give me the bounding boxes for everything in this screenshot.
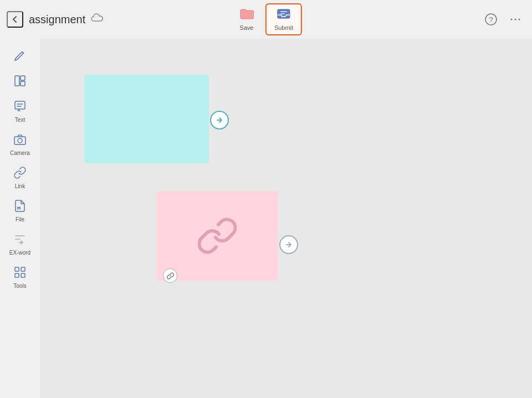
- svg-point-13: [18, 138, 22, 143]
- svg-rect-14: [15, 267, 19, 271]
- svg-point-6: [515, 19, 516, 20]
- text-icon: [13, 100, 27, 115]
- svg-rect-12: [14, 137, 25, 144]
- link-icon: [13, 166, 27, 182]
- svg-rect-9: [21, 76, 25, 80]
- text-label: Text: [15, 117, 25, 123]
- top-right: ?: [481, 9, 525, 29]
- sidebar: Text Camera Link: [0, 39, 40, 398]
- submit-button[interactable]: Submit: [265, 3, 302, 35]
- save-label: Save: [239, 24, 253, 31]
- svg-text:?: ?: [489, 15, 493, 24]
- toolbar-center: Save Submit: [230, 3, 302, 35]
- svg-rect-11: [15, 101, 25, 109]
- svg-rect-17: [21, 273, 25, 277]
- svg-rect-15: [21, 267, 25, 271]
- submit-label: Submit: [274, 24, 293, 31]
- back-button[interactable]: [7, 11, 23, 28]
- exword-label: EX-word: [9, 250, 30, 256]
- pink-card-link-icon: [198, 216, 237, 255]
- page-title: assignment: [29, 13, 85, 26]
- pink-card[interactable]: [156, 191, 278, 281]
- camera-icon: [13, 133, 27, 148]
- sidebar-item-layout[interactable]: [2, 70, 38, 94]
- sidebar-item-pen[interactable]: [2, 44, 38, 69]
- svg-rect-1: [280, 11, 287, 12]
- sidebar-item-exword[interactable]: EX-word: [2, 228, 38, 260]
- tools-icon: [13, 266, 27, 281]
- save-icon: [239, 8, 254, 22]
- tools-label: Tools: [13, 283, 26, 289]
- camera-label: Camera: [10, 150, 30, 156]
- cloud-icon: [91, 13, 104, 26]
- svg-rect-10: [21, 81, 25, 86]
- sidebar-item-text[interactable]: Text: [2, 95, 38, 127]
- file-label: File: [16, 216, 24, 223]
- link-badge-button[interactable]: [163, 268, 177, 283]
- more-button[interactable]: [505, 9, 525, 29]
- file-icon: [13, 199, 27, 215]
- sidebar-item-link[interactable]: Link: [2, 162, 38, 194]
- submit-icon: [277, 8, 291, 22]
- sidebar-item-tools[interactable]: Tools: [2, 261, 38, 293]
- svg-point-7: [519, 19, 520, 20]
- pen-icon: [13, 49, 27, 64]
- help-button[interactable]: ?: [481, 9, 501, 29]
- svg-rect-16: [15, 273, 19, 277]
- sidebar-item-camera[interactable]: Camera: [2, 128, 38, 161]
- svg-rect-2: [280, 13, 285, 14]
- top-bar: assignment Save: [0, 0, 532, 39]
- cyan-card-arrow[interactable]: [210, 111, 229, 130]
- cyan-card[interactable]: [84, 75, 209, 163]
- link-label: Link: [15, 183, 25, 189]
- sidebar-item-file[interactable]: File: [2, 195, 38, 227]
- pink-card-arrow[interactable]: [279, 235, 298, 254]
- svg-rect-8: [15, 76, 19, 86]
- svg-point-5: [511, 19, 513, 20]
- exword-icon: [13, 232, 27, 248]
- save-button[interactable]: Save: [230, 4, 263, 34]
- layout-icon: [13, 74, 27, 90]
- main-canvas: [40, 39, 532, 398]
